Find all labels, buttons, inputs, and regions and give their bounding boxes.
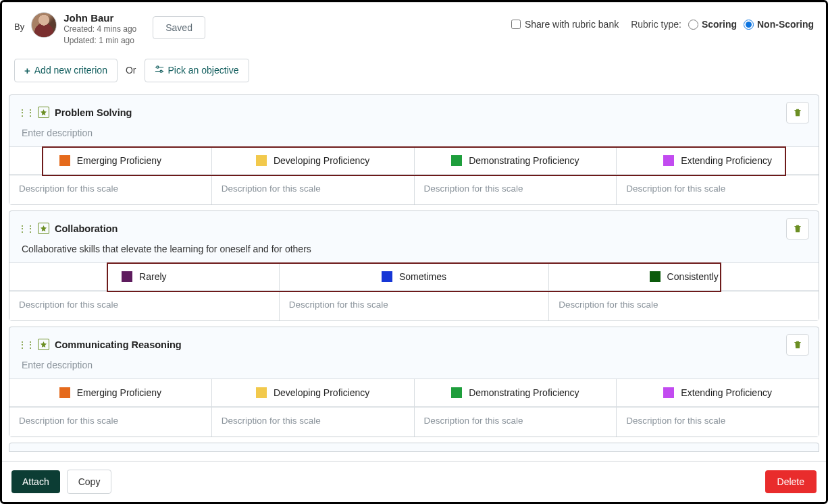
scale-label: Demonstrating Proficiency: [469, 155, 579, 166]
scale-description[interactable]: Description for this scale: [212, 408, 414, 437]
drag-handle-icon[interactable]: ⋮⋮: [18, 223, 34, 234]
star-icon[interactable]: [38, 107, 49, 118]
scale-description[interactable]: Description for this scale: [617, 408, 819, 437]
scale-label: Sometimes: [399, 271, 446, 282]
color-swatch: [122, 271, 132, 282]
scale-header-row: Emerging ProficienyDeveloping Proficienc…: [9, 146, 819, 175]
rubric-type-label: Rubric type:: [631, 19, 681, 30]
svg-point-2: [156, 66, 158, 68]
scale-label: Extending Proficiency: [681, 155, 772, 166]
scale-header[interactable]: Consistently: [549, 263, 819, 291]
scale-header[interactable]: Developing Proficiency: [212, 147, 414, 175]
scale-description[interactable]: Description for this scale: [549, 291, 819, 320]
pick-objective-button[interactable]: Pick an objective: [145, 59, 249, 82]
scale-header[interactable]: Rarely: [9, 263, 279, 291]
criterion-description[interactable]: Enter description: [9, 123, 819, 146]
scale-header-row: Emerging ProficienyDeveloping Proficienc…: [9, 379, 819, 407]
drag-handle-icon[interactable]: ⋮⋮: [18, 107, 34, 118]
non-scoring-radio[interactable]: Non-Scoring: [744, 19, 814, 30]
scale-label: Extending Proficiency: [681, 387, 772, 398]
scale-label: Developing Proficiency: [274, 155, 369, 166]
scale-header[interactable]: Demonstrating Proficiency: [415, 379, 617, 407]
star-icon[interactable]: [38, 223, 49, 234]
add-criterion-button[interactable]: + Add new criterion: [14, 59, 118, 82]
scale-label: Developing Proficiency: [274, 387, 369, 398]
saved-button[interactable]: Saved: [153, 16, 205, 39]
scale-label: Rarely: [139, 271, 166, 282]
copy-button[interactable]: Copy: [67, 470, 112, 494]
criterion-card: ⋮⋮Communicating ReasoningEnter descripti…: [9, 327, 819, 437]
scale-header[interactable]: Demonstrating Proficiency: [415, 147, 617, 175]
color-swatch: [256, 387, 267, 398]
criterion-description[interactable]: Collaborative skills that elevate the le…: [9, 240, 819, 262]
delete-button[interactable]: Delete: [765, 470, 817, 493]
criterion-title[interactable]: Collaboration: [55, 223, 118, 234]
share-checkbox-input[interactable]: [511, 20, 521, 29]
color-swatch: [451, 387, 462, 398]
color-swatch: [650, 271, 661, 282]
author-name: John Baur: [63, 12, 136, 24]
scale-description[interactable]: Description for this scale: [9, 291, 279, 320]
star-icon[interactable]: [38, 339, 49, 350]
color-swatch: [663, 387, 674, 398]
scale-description[interactable]: Description for this scale: [415, 408, 617, 437]
scale-header[interactable]: Extending Proficiency: [617, 379, 819, 407]
criterion-description[interactable]: Enter description: [9, 356, 819, 379]
share-rubric-checkbox[interactable]: Share with rubric bank: [511, 19, 619, 30]
scale-header-row: RarelySometimesConsistently: [9, 262, 819, 291]
scale-header[interactable]: Developing Proficiency: [212, 379, 414, 407]
svg-point-3: [160, 70, 162, 72]
scale-label: Demonstrating Proficiency: [469, 387, 579, 398]
delete-criterion-button[interactable]: [786, 334, 809, 356]
scale-header[interactable]: Emerging Proficieny: [9, 379, 211, 407]
scale-description[interactable]: Description for this scale: [617, 175, 819, 204]
scale-description[interactable]: Description for this scale: [212, 175, 414, 204]
scale-description[interactable]: Description for this scale: [9, 408, 211, 437]
color-swatch: [256, 155, 267, 166]
non-scoring-label: Non-Scoring: [757, 19, 814, 30]
or-label: Or: [126, 65, 136, 76]
criterion-title[interactable]: Communicating Reasoning: [55, 339, 182, 350]
delete-criterion-button[interactable]: [786, 218, 809, 240]
color-swatch: [663, 155, 674, 166]
drag-handle-icon[interactable]: ⋮⋮: [18, 339, 34, 350]
add-criterion-label: Add new criterion: [34, 65, 107, 76]
non-scoring-radio-input[interactable]: [744, 20, 754, 30]
scale-description[interactable]: Description for this scale: [280, 291, 549, 320]
scale-label: Emerging Proficieny: [77, 387, 161, 398]
scoring-radio[interactable]: Scoring: [688, 19, 737, 30]
plus-icon: +: [24, 65, 30, 76]
created-time: Created: 4 mins ago: [63, 24, 136, 35]
share-label: Share with rubric bank: [525, 19, 619, 30]
avatar: [31, 12, 57, 38]
pick-objective-label: Pick an objective: [168, 65, 239, 76]
color-swatch: [451, 155, 462, 166]
scale-label: Emerging Proficieny: [77, 155, 161, 166]
scale-label: Consistently: [667, 271, 719, 282]
criterion-card: ⋮⋮CollaborationCollaborative skills that…: [9, 211, 819, 321]
color-swatch: [382, 271, 392, 282]
scale-header[interactable]: Sometimes: [280, 263, 549, 291]
scale-description[interactable]: Description for this scale: [9, 175, 211, 204]
criterion-card: ⋮⋮Problem SolvingEnter descriptionEmergi…: [9, 94, 819, 205]
color-swatch: [59, 155, 70, 166]
scale-description[interactable]: Description for this scale: [415, 175, 617, 204]
scoring-label: Scoring: [702, 19, 737, 30]
criterion-title[interactable]: Problem Solving: [55, 107, 132, 118]
scale-header[interactable]: Extending Proficiency: [617, 147, 819, 175]
scale-header[interactable]: Emerging Proficieny: [9, 147, 211, 175]
updated-time: Updated: 1 min ago: [63, 35, 136, 47]
color-swatch: [59, 387, 70, 398]
criterion-card: [9, 443, 819, 452]
scoring-radio-input[interactable]: [688, 20, 698, 30]
by-label: By: [14, 22, 24, 32]
sliders-icon: [155, 65, 164, 76]
attach-button[interactable]: Attach: [11, 470, 60, 493]
delete-criterion-button[interactable]: [786, 102, 809, 123]
